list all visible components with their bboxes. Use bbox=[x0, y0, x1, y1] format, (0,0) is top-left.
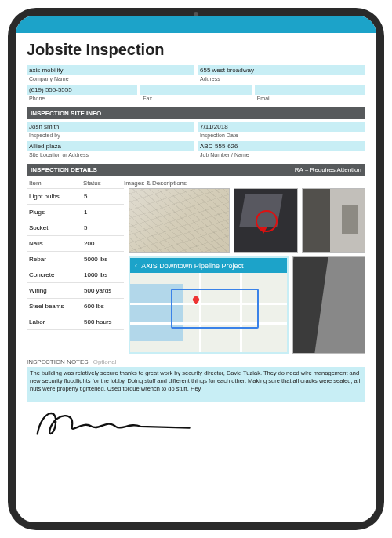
table-row: Rebar5000 lbs bbox=[27, 251, 124, 267]
ra-hint: RA = Requires Attention bbox=[295, 166, 361, 173]
fax-label: Fax bbox=[140, 95, 251, 102]
item-status: 5 bbox=[82, 189, 121, 204]
item-status: 500 hours bbox=[82, 314, 121, 329]
inspection-photo-3[interactable] bbox=[302, 188, 365, 253]
inspection-photo-4[interactable] bbox=[292, 256, 365, 354]
app-topbar bbox=[16, 16, 376, 33]
fax-value[interactable] bbox=[140, 85, 251, 95]
email-value[interactable] bbox=[255, 85, 365, 95]
address-label: Address bbox=[198, 75, 365, 82]
notes-label: INSPECTION NOTESOptional bbox=[27, 358, 365, 365]
inspection-photo-2[interactable] bbox=[234, 188, 297, 253]
address-value[interactable]: 655 west broadway bbox=[198, 65, 365, 75]
item-name: Concrete bbox=[27, 267, 82, 282]
item-name: Steel beams bbox=[27, 299, 82, 314]
map-widget[interactable]: ‹AXIS Downtown Pipeline Project bbox=[129, 256, 289, 354]
item-status: 5000 lbs bbox=[82, 252, 121, 267]
signature-area[interactable] bbox=[27, 402, 365, 444]
form-content: Jobsite Inspection axis mobilityCompany … bbox=[16, 33, 376, 522]
inspected-by-label: Inspected by bbox=[27, 132, 194, 139]
item-name: Nails bbox=[27, 236, 82, 251]
map-title-bar: ‹AXIS Downtown Pipeline Project bbox=[130, 258, 287, 273]
item-name: Rebar bbox=[27, 252, 82, 267]
item-name: Light bulbs bbox=[27, 189, 82, 204]
item-status: 600 lbs bbox=[82, 299, 121, 314]
email-label: Email bbox=[255, 95, 365, 102]
item-status: 500 yards bbox=[82, 283, 121, 298]
inspection-date-value[interactable]: 7/11/2018 bbox=[198, 122, 365, 132]
site-location-label: Site Location or Address bbox=[27, 151, 194, 158]
item-status: 1000 lbs bbox=[82, 267, 121, 282]
screen: Jobsite Inspection axis mobilityCompany … bbox=[16, 16, 376, 522]
item-name: Wiring bbox=[27, 283, 82, 298]
company-label: Company Name bbox=[27, 75, 194, 82]
company-value[interactable]: axis mobility bbox=[27, 65, 194, 75]
table-row: Wiring500 yards bbox=[27, 282, 124, 298]
site-location-value[interactable]: Allied plaza bbox=[27, 141, 194, 151]
job-number-label: Job Number / Name bbox=[198, 151, 365, 158]
item-name: Plugs bbox=[27, 205, 82, 220]
table-row: Nails200 bbox=[27, 235, 124, 251]
item-status: 200 bbox=[82, 236, 121, 251]
table-row: Steel beams600 lbs bbox=[27, 298, 124, 314]
table-row: Socket5 bbox=[27, 220, 124, 235]
section-site-info: INSPECTION SITE INFO bbox=[27, 107, 365, 119]
table-row: Labor500 hours bbox=[27, 314, 124, 330]
inspected-by-value[interactable]: Josh smith bbox=[27, 122, 194, 132]
items-table: Light bulbs5Plugs1Socket5Nails200Rebar50… bbox=[27, 188, 124, 354]
item-name: Socket bbox=[27, 220, 82, 235]
table-row: Light bulbs5 bbox=[27, 188, 124, 204]
back-arrow-icon[interactable]: ‹ bbox=[135, 261, 137, 270]
section-details: INSPECTION DETAILSRA = Requires Attentio… bbox=[27, 164, 365, 176]
item-name: Labor bbox=[27, 314, 82, 329]
phone-label: Phone bbox=[27, 95, 137, 102]
table-row: Plugs1 bbox=[27, 204, 124, 220]
table-row: Concrete1000 lbs bbox=[27, 267, 124, 282]
item-status: 5 bbox=[82, 220, 121, 235]
images-area: ‹AXIS Downtown Pipeline Project bbox=[129, 188, 365, 354]
inspection-date-label: Inspection Date bbox=[198, 132, 365, 139]
map-canvas[interactable] bbox=[130, 273, 287, 352]
inspection-photo-1[interactable] bbox=[129, 188, 230, 253]
job-number-value[interactable]: ABC-555-626 bbox=[198, 141, 365, 151]
item-status: 1 bbox=[82, 205, 121, 220]
notes-textarea[interactable]: The building was relatively secure thank… bbox=[27, 367, 365, 402]
camera-dot bbox=[194, 12, 198, 16]
tablet-frame: Jobsite Inspection axis mobilityCompany … bbox=[8, 8, 384, 530]
page-title: Jobsite Inspection bbox=[27, 41, 365, 59]
details-header: Item Status Images & Descriptions bbox=[27, 178, 365, 188]
signature-icon bbox=[31, 404, 197, 442]
phone-value[interactable]: (619) 555-5555 bbox=[27, 85, 137, 95]
